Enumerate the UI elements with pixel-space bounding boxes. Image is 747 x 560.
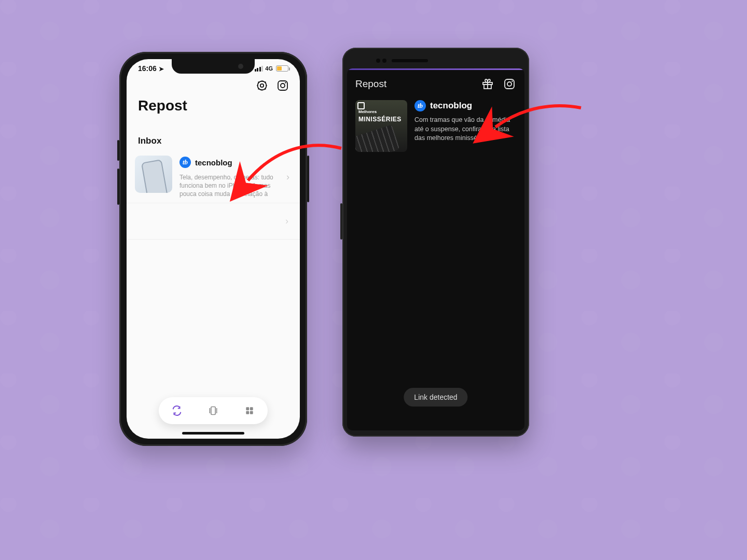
gift-icon[interactable] <box>481 77 494 91</box>
iphone-notch <box>172 59 255 74</box>
svg-rect-9 <box>250 407 253 410</box>
annotation-arrow-right <box>488 99 586 158</box>
film-reel-graphic <box>355 124 400 152</box>
page-title: Repost <box>355 78 386 90</box>
svg-point-4 <box>285 82 286 83</box>
inbox-empty-row[interactable]: › <box>127 203 300 240</box>
settings-gear-icon[interactable] <box>255 79 269 92</box>
status-right-cluster: 4G <box>255 65 288 72</box>
bottom-tab-bar <box>159 397 268 424</box>
front-sensor-icon <box>382 59 386 63</box>
earpiece-speaker <box>392 59 428 62</box>
svg-rect-10 <box>246 411 249 414</box>
location-arrow-icon: ➤ <box>159 65 164 73</box>
iphone-screen: 16:06 ➤ 4G <box>127 59 300 439</box>
instagram-icon[interactable] <box>503 77 516 91</box>
instagram-icon[interactable] <box>276 79 289 92</box>
tab-grid[interactable] <box>242 403 257 418</box>
battery-icon <box>276 65 288 72</box>
svg-point-15 <box>507 82 511 86</box>
thumb-title-text: MINISSÉRIES <box>358 116 402 123</box>
svg-point-0 <box>260 84 264 87</box>
svg-rect-5 <box>211 407 215 415</box>
svg-point-1 <box>258 81 267 90</box>
toast-link-detected: Link detected <box>404 388 467 407</box>
home-indicator <box>182 432 244 435</box>
status-time-text: 16:06 <box>138 64 157 73</box>
tab-feed[interactable] <box>205 403 221 418</box>
front-camera-icon <box>376 59 380 63</box>
android-power-button <box>340 203 342 240</box>
iphone-device-frame: 16:06 ➤ 4G <box>119 52 307 446</box>
chevron-right-icon: › <box>283 216 290 227</box>
svg-point-3 <box>281 83 285 88</box>
android-top-bezel <box>347 53 524 68</box>
thumb-banner-text: Melhores <box>358 109 377 114</box>
signal-bars-icon <box>255 66 264 72</box>
annotation-arrow-left <box>238 139 347 203</box>
carousel-indicator-icon <box>357 102 365 109</box>
android-header: Repost <box>347 70 524 96</box>
account-avatar: tb <box>414 100 426 111</box>
iphone-volume-up <box>117 140 119 161</box>
tab-repost[interactable] <box>169 403 185 418</box>
network-label: 4G <box>265 65 273 72</box>
svg-rect-11 <box>250 411 253 414</box>
account-username: tecnoblog <box>195 158 232 167</box>
inbox-item-thumbnail <box>135 156 172 193</box>
status-time: 16:06 ➤ <box>138 64 164 73</box>
account-avatar: tb <box>179 157 191 168</box>
iphone-volume-down <box>117 169 119 205</box>
account-username: tecnoblog <box>430 101 472 111</box>
inbox-item-thumbnail: Melhores MINISSÉRIES <box>355 100 407 152</box>
svg-point-16 <box>511 80 513 81</box>
ios-header-actions <box>127 73 300 94</box>
page-title: Repost <box>127 94 300 123</box>
svg-rect-8 <box>246 407 249 410</box>
